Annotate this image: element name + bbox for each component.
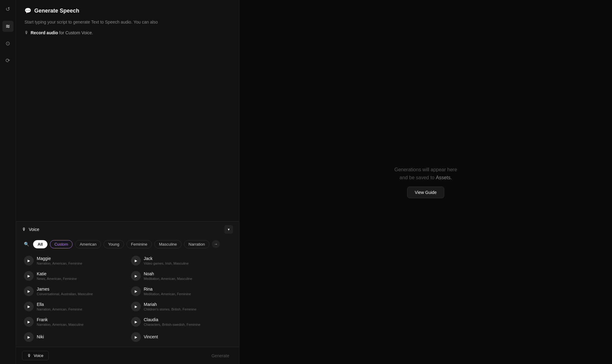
voice-item-vincent[interactable]: ▶ Vincent <box>128 330 235 344</box>
undo-icon[interactable]: ↺ <box>2 4 13 15</box>
play-noah-button[interactable]: ▶ <box>131 271 141 281</box>
right-panel: Generations will appear here and be save… <box>239 0 612 364</box>
filter-narration[interactable]: Narration <box>184 240 209 248</box>
play-mariah-button[interactable]: ▶ <box>131 302 141 311</box>
play-frank-button[interactable]: ▶ <box>24 317 34 327</box>
sidebar: ↺ ≋ ⊙ ⟳ <box>0 0 16 364</box>
voice-tags-mariah: Children's stories, British, Feminine <box>144 307 197 311</box>
expand-voice-button[interactable]: ▾ <box>224 225 233 234</box>
scroll-filters-right-button[interactable]: → <box>212 240 220 248</box>
record-suffix: for Custom Voice. <box>59 30 93 35</box>
voice-tags-frank: Narration, American, Masculine <box>37 323 84 326</box>
voice-item-ella[interactable]: ▶ Ella Narration, American, Feminine <box>21 299 127 314</box>
generations-message: Generations will appear here and be save… <box>394 166 457 181</box>
voice-item-niki[interactable]: ▶ Niki <box>21 330 127 344</box>
play-james-button[interactable]: ▶ <box>24 286 34 296</box>
record-audio-link[interactable]: Record audio <box>31 30 58 35</box>
voice-name-ella: Ella <box>37 302 82 307</box>
voice-selector-button[interactable]: 🎙 Voice <box>22 351 49 360</box>
voice-name-katie: Katie <box>37 271 77 276</box>
main-panel: 💬 Generate Speech Start typing your scri… <box>16 0 239 364</box>
filter-feminine[interactable]: Feminine <box>126 240 152 248</box>
play-niki-button[interactable]: ▶ <box>24 332 34 342</box>
generations-line2: and be saved to Assets. <box>394 174 457 182</box>
subtitle-text: Start typing your script to generate Tex… <box>24 20 158 24</box>
voice-tags-jack: Video games, Irish, Masculine <box>144 262 189 265</box>
generate-button[interactable]: Generate <box>208 351 233 360</box>
script-area: 💬 Generate Speech Start typing your scri… <box>16 0 239 221</box>
voice-item-rina[interactable]: ▶ Rina Meditation, American, Feminine <box>128 284 235 299</box>
filter-custom[interactable]: Custom <box>50 240 73 248</box>
voice-list: ▶ Maggie Narration, American, Feminine ▶… <box>16 252 239 347</box>
mic-icon: 🎙 <box>24 30 29 35</box>
voice-name-frank: Frank <box>37 317 84 322</box>
generations-line2-text: and be saved to <box>400 175 436 180</box>
voice-name-noah: Noah <box>144 271 192 276</box>
voice-tags-ella: Narration, American, Feminine <box>37 307 82 311</box>
filter-young[interactable]: Young <box>103 240 124 248</box>
assets-link[interactable]: Assets. <box>436 175 452 180</box>
bottom-bar: 🎙 Voice Generate <box>16 347 239 364</box>
waveform-icon[interactable]: ≋ <box>2 21 13 32</box>
voice-tags-noah: Meditation, American, Masculine <box>144 277 192 280</box>
voice-header[interactable]: 🎙 Voice ▾ <box>16 221 239 237</box>
play-claudia-button[interactable]: ▶ <box>131 317 141 327</box>
script-title: Generate Speech <box>34 8 79 14</box>
filter-american[interactable]: American <box>75 240 101 248</box>
voice-tags-james: Conversational, Australian, Masculine <box>37 292 93 296</box>
play-rina-button[interactable]: ▶ <box>131 286 141 296</box>
generations-line1: Generations will appear here <box>394 166 457 174</box>
mic-small-icon: 🎙 <box>22 227 26 232</box>
script-header: 💬 Generate Speech <box>24 7 231 14</box>
voice-tags-rina: Meditation, American, Feminine <box>144 292 191 296</box>
sync-icon[interactable]: ⟳ <box>2 55 13 66</box>
voice-name-rina: Rina <box>144 287 191 292</box>
voice-name-vincent: Vincent <box>144 334 158 339</box>
voice-item-james[interactable]: ▶ James Conversational, Australian, Masc… <box>21 284 127 299</box>
voice-panel: 🎙 Voice ▾ 🔍 All Custom American Young Fe… <box>16 221 239 364</box>
script-textarea[interactable] <box>24 40 231 214</box>
filter-all[interactable]: All <box>33 240 47 248</box>
mic-bottom-icon: 🎙 <box>27 353 31 358</box>
voice-item-jack[interactable]: ▶ Jack Video games, Irish, Masculine <box>128 253 235 268</box>
play-maggie-button[interactable]: ▶ <box>24 256 34 266</box>
voice-item-katie[interactable]: ▶ Katie News, American, Feminine <box>21 269 127 283</box>
play-katie-button[interactable]: ▶ <box>24 271 34 281</box>
filter-masculine[interactable]: Masculine <box>154 240 182 248</box>
voice-item-claudia[interactable]: ▶ Claudia Characters, British-swedish, F… <box>128 314 235 329</box>
voice-name-niki: Niki <box>37 334 44 339</box>
voice-tags-katie: News, American, Feminine <box>37 277 77 280</box>
voice-name-maggie: Maggie <box>37 256 82 261</box>
voice-item-mariah[interactable]: ▶ Mariah Children's stories, British, Fe… <box>128 299 235 314</box>
speech-bubble-icon: 💬 <box>24 7 31 14</box>
voice-tags-maggie: Narration, American, Feminine <box>37 262 82 265</box>
voice-item-maggie[interactable]: ▶ Maggie Narration, American, Feminine <box>21 253 127 268</box>
voice-name-mariah: Mariah <box>144 302 197 307</box>
voice-tags-claudia: Characters, British-swedish, Feminine <box>144 323 201 326</box>
bottom-voice-label: Voice <box>34 353 43 358</box>
voice-header-left: 🎙 Voice <box>22 227 39 232</box>
search-voices-button[interactable]: 🔍 <box>22 240 31 248</box>
filter-row: 🔍 All Custom American Young Feminine Mas… <box>16 237 239 252</box>
voice-name-james: James <box>37 287 93 292</box>
play-vincent-button[interactable]: ▶ <box>131 332 141 342</box>
person-icon[interactable]: ⊙ <box>2 38 13 49</box>
voice-item-frank[interactable]: ▶ Frank Narration, American, Masculine <box>21 314 127 329</box>
voice-item-noah[interactable]: ▶ Noah Meditation, American, Masculine <box>128 269 235 283</box>
play-jack-button[interactable]: ▶ <box>131 256 141 266</box>
script-subtitle: Start typing your script to generate Tex… <box>24 19 231 25</box>
play-ella-button[interactable]: ▶ <box>24 302 34 311</box>
voice-name-claudia: Claudia <box>144 317 201 322</box>
voice-name-jack: Jack <box>144 256 189 261</box>
record-audio-row: 🎙 Record audio for Custom Voice. <box>24 30 231 35</box>
voice-label: Voice <box>29 227 39 232</box>
view-guide-button[interactable]: View Guide <box>407 187 444 198</box>
